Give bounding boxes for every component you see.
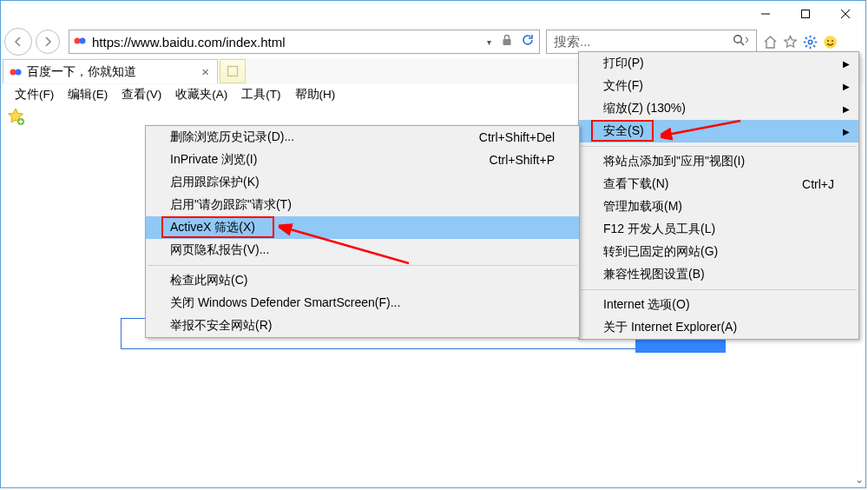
mi-inprivate-label: InPrivate 浏览(I) — [170, 152, 257, 168]
chevron-right-icon: ▶ — [843, 59, 850, 69]
add-favorite-icon[interactable] — [6, 107, 25, 126]
mi-privacy-label: 网页隐私报告(V)... — [170, 242, 269, 258]
mi-zoom[interactable]: 缩放(Z) (130%)▶ — [579, 97, 858, 120]
svg-rect-6 — [503, 39, 511, 45]
mi-f12[interactable]: F12 开发人员工具(L) — [579, 218, 858, 241]
menu-separator — [581, 289, 857, 290]
menu-file[interactable]: 文件(F) — [8, 84, 61, 105]
minimize-button[interactable] — [746, 1, 786, 27]
svg-line-16 — [806, 45, 807, 47]
mi-inetopt-label: Internet 选项(O) — [603, 297, 690, 313]
mi-pinned-label: 转到已固定的网站(G) — [603, 244, 718, 260]
tab-title: 百度一下，你就知道 — [27, 64, 199, 80]
mi-smartscreen[interactable]: 关闭 Windows Defender SmartScreen(F)... — [146, 292, 579, 315]
mi-activex-filtering[interactable]: ActiveX 筛选(X) — [146, 216, 579, 239]
tab-favicon-icon — [9, 65, 23, 79]
svg-point-22 — [16, 69, 22, 75]
mi-report-unsafe[interactable]: 举报不安全网站(R) — [146, 315, 579, 337]
mi-print[interactable]: 打印(P)▶ — [579, 52, 858, 75]
mi-downloads-label: 查看下载(N) — [603, 176, 668, 192]
svg-point-21 — [10, 69, 16, 75]
mi-inprivate-shortcut: Ctrl+Shift+P — [490, 153, 555, 167]
mi-delete-history[interactable]: 删除浏览历史记录(D)... Ctrl+Shift+Del — [146, 126, 579, 149]
svg-point-4 — [75, 38, 81, 44]
mi-addons-label: 管理加载项(M) — [603, 199, 682, 215]
mi-dnt-label: 启用"请勿跟踪"请求(T) — [170, 197, 292, 213]
site-icon — [69, 35, 90, 49]
svg-point-9 — [808, 40, 812, 43]
svg-rect-23 — [228, 67, 238, 76]
mi-about-label: 关于 Internet Explorer(A) — [603, 320, 737, 335]
svg-point-18 — [824, 36, 837, 49]
feedback-smile-icon[interactable] — [820, 32, 839, 51]
menu-help[interactable]: 帮助(H) — [288, 84, 343, 105]
svg-point-19 — [827, 40, 829, 42]
menu-separator — [581, 146, 857, 147]
mi-report-label: 举报不安全网站(R) — [170, 318, 272, 334]
menu-favorites[interactable]: 收藏夹(A) — [168, 84, 234, 105]
lock-icon[interactable] — [497, 34, 516, 50]
mi-internet-options[interactable]: Internet 选项(O) — [579, 294, 858, 316]
svg-rect-1 — [802, 10, 810, 18]
menu-edit[interactable]: 编辑(E) — [61, 84, 115, 105]
mi-security[interactable]: 安全(S)▶ — [579, 120, 858, 142]
svg-line-14 — [806, 37, 807, 39]
mi-zoom-label: 缩放(Z) (130%) — [603, 101, 686, 116]
forward-button[interactable] — [36, 30, 60, 54]
address-bar[interactable]: https://www.baidu.com/index.html ▾ — [69, 30, 540, 54]
mi-smartscreen-label: 关闭 Windows Defender SmartScreen(F)... — [170, 295, 400, 311]
menu-view[interactable]: 查看(V) — [115, 84, 168, 105]
search-box[interactable]: 搜索... — [546, 30, 757, 54]
mi-print-label: 打印(P) — [603, 56, 644, 71]
mi-about[interactable]: 关于 Internet Explorer(A) — [579, 316, 858, 339]
mi-delete-history-label: 删除浏览历史记录(D)... — [170, 129, 294, 145]
search-placeholder[interactable]: 搜索... — [547, 34, 727, 50]
mi-compat[interactable]: 兼容性视图设置(B) — [579, 263, 858, 286]
mi-check-site[interactable]: 检查此网站(C) — [146, 269, 579, 292]
mi-do-not-track[interactable]: 启用"请勿跟踪"请求(T) — [146, 194, 579, 216]
menu-separator — [148, 265, 577, 266]
mi-file[interactable]: 文件(F)▶ — [579, 75, 858, 97]
mi-downloads[interactable]: 查看下载(N) Ctrl+J — [579, 173, 858, 195]
mi-f12-label: F12 开发人员工具(L) — [603, 222, 715, 237]
address-url[interactable]: https://www.baidu.com/index.html — [90, 35, 480, 50]
address-dropdown-icon[interactable]: ▾ — [480, 37, 497, 47]
mi-downloads-shortcut: Ctrl+J — [802, 177, 834, 191]
tools-gear-icon[interactable] — [800, 32, 819, 51]
tab-close-icon[interactable]: × — [199, 64, 212, 79]
mi-security-label: 安全(S) — [603, 123, 644, 139]
new-tab-button[interactable] — [220, 59, 246, 83]
chevron-right-icon: ▶ — [843, 82, 850, 91]
svg-point-7 — [734, 36, 742, 43]
mi-privacy-report[interactable]: 网页隐私报告(V)... — [146, 239, 579, 262]
back-button[interactable] — [4, 28, 32, 56]
menu-tools[interactable]: 工具(T) — [234, 84, 287, 105]
svg-point-20 — [832, 40, 833, 42]
maximize-button[interactable] — [786, 1, 825, 27]
svg-line-15 — [813, 45, 815, 47]
mi-compat-label: 兼容性视图设置(B) — [603, 267, 705, 282]
favorites-icon[interactable] — [780, 32, 799, 51]
home-icon[interactable] — [760, 32, 779, 51]
mi-checksite-label: 检查此网站(C) — [170, 273, 247, 288]
mi-file-label: 文件(F) — [603, 78, 643, 94]
close-button[interactable] — [825, 1, 865, 27]
mi-tracking-protection[interactable]: 启用跟踪保护(K) — [146, 171, 579, 194]
scroll-chevron-icon[interactable]: ⌄ — [855, 473, 864, 486]
mi-inprivate[interactable]: InPrivate 浏览(I) Ctrl+Shift+P — [146, 149, 579, 171]
mi-addons[interactable]: 管理加载项(M) — [579, 195, 858, 218]
refresh-icon[interactable] — [516, 33, 539, 50]
mi-pinned[interactable]: 转到已固定的网站(G) — [579, 241, 858, 263]
svg-point-5 — [80, 38, 86, 44]
mi-add-to-apps[interactable]: 将站点添加到"应用"视图(I) — [579, 150, 858, 173]
svg-line-17 — [813, 37, 815, 39]
mi-add-to-apps-label: 将站点添加到"应用"视图(I) — [603, 154, 745, 169]
search-icon[interactable] — [727, 34, 756, 50]
tools-menu: 打印(P)▶ 文件(F)▶ 缩放(Z) (130%)▶ 安全(S)▶ 将站点添加… — [578, 51, 859, 340]
security-submenu: 删除浏览历史记录(D)... Ctrl+Shift+Del InPrivate … — [145, 125, 580, 338]
chevron-right-icon: ▶ — [843, 127, 850, 136]
mi-activex-label: ActiveX 筛选(X) — [170, 220, 255, 235]
browser-tab[interactable]: 百度一下，你就知道 × — [3, 59, 218, 83]
chevron-right-icon: ▶ — [843, 104, 850, 114]
svg-line-8 — [740, 42, 744, 45]
